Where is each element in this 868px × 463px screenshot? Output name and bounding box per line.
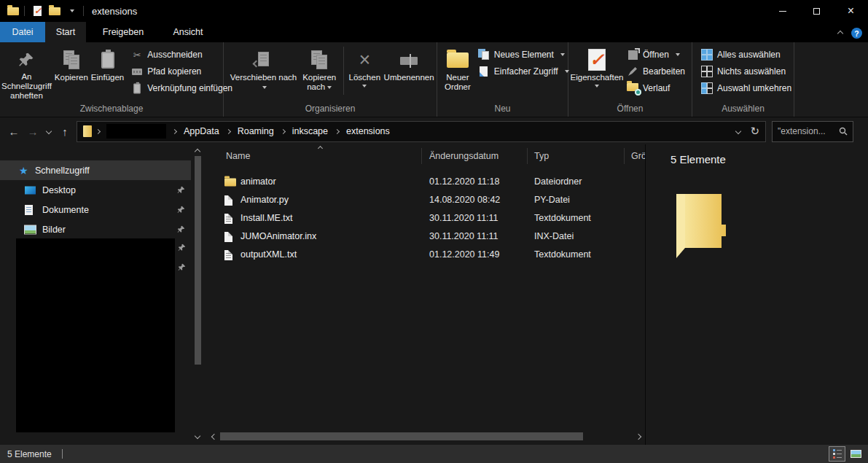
- folder-icon: [224, 178, 236, 186]
- up-button[interactable]: ↑: [55, 122, 74, 141]
- column-header-type[interactable]: Typ: [534, 151, 549, 161]
- scroll-down-icon[interactable]: [195, 433, 200, 439]
- column-header-name[interactable]: Name: [226, 151, 250, 161]
- new-folder-icon: [49, 7, 60, 15]
- pin-icon[interactable]: [177, 206, 185, 214]
- file-icon: [224, 195, 232, 206]
- move-to-button[interactable]: Verschieben nach: [228, 44, 299, 101]
- paste-shortcut-button[interactable]: Verknüpfung einfügen: [131, 82, 232, 94]
- select-all-icon: [702, 50, 712, 60]
- details-view-button[interactable]: [829, 446, 845, 462]
- breadcrumb-segment-extensions[interactable]: extensions: [345, 126, 391, 136]
- new-folder-button[interactable]: Neuer Ordner: [443, 44, 472, 101]
- sidebar-item-desktop[interactable]: Desktop: [0, 180, 191, 200]
- sidebar-item-documents[interactable]: Dokumente: [0, 200, 191, 219]
- help-icon[interactable]: ?: [851, 28, 862, 39]
- file-name: Animator.py: [241, 195, 289, 205]
- sidebar-item-pictures[interactable]: Bilder: [0, 219, 191, 239]
- recent-locations-button[interactable]: [42, 122, 55, 141]
- scrollbar-thumb[interactable]: [220, 432, 583, 440]
- address-dropdown-icon[interactable]: [735, 128, 741, 134]
- forward-icon: →: [28, 125, 39, 138]
- tab-view[interactable]: Ansicht: [159, 22, 217, 42]
- open-button[interactable]: Öffnen: [627, 49, 685, 61]
- scroll-left-icon[interactable]: [211, 434, 217, 440]
- breadcrumb-separator-icon: [281, 128, 286, 133]
- file-type: Textdokument: [534, 213, 591, 223]
- group-label-new: Neu: [437, 104, 568, 114]
- easy-access-button[interactable]: Einfacher Zugriff: [478, 66, 569, 77]
- column-divider[interactable]: [527, 148, 528, 164]
- ribbon-group-clipboard: An Schnellzugriff anheften Kopieren Einf…: [0, 42, 224, 117]
- tab-file[interactable]: Datei: [0, 22, 45, 42]
- scroll-right-icon[interactable]: [636, 434, 641, 440]
- tab-share[interactable]: Freigeben: [92, 22, 155, 42]
- file-icon: [224, 232, 232, 242]
- file-row-install-me[interactable]: Install.ME.txt 30.11.2020 11:11 Textdoku…: [208, 209, 645, 227]
- scrollbar-thumb[interactable]: [195, 156, 201, 365]
- collapse-ribbon-icon[interactable]: [837, 30, 843, 36]
- file-row-animator-py[interactable]: Animator.py 14.08.2020 08:42 PY-Datei: [208, 191, 645, 209]
- copy-path-button[interactable]: Pfad kopieren: [131, 66, 232, 77]
- breadcrumb-separator-icon: [172, 128, 177, 133]
- column-divider[interactable]: [624, 148, 625, 164]
- sidebar-item-quick-access[interactable]: ★ Schnellzugriff: [0, 160, 191, 180]
- scroll-up-icon[interactable]: [195, 149, 200, 155]
- delete-button[interactable]: × Löschen: [348, 44, 381, 101]
- sidebar-scrollbar[interactable]: [191, 144, 205, 445]
- chevron-down-icon: [327, 86, 332, 89]
- group-label-select: Auswählen: [692, 104, 794, 114]
- history-button[interactable]: Verlauf: [627, 82, 685, 94]
- forward-button[interactable]: →: [23, 122, 42, 141]
- easy-access-icon: [480, 66, 488, 77]
- select-none-button[interactable]: Nichts auswählen: [701, 66, 791, 77]
- rename-button[interactable]: Umbenennen: [381, 44, 437, 101]
- pin-icon[interactable]: [177, 225, 185, 233]
- properties-button[interactable]: ✓ Eigenschaften: [573, 44, 621, 101]
- maximize-button[interactable]: [799, 0, 834, 22]
- chevron-down-icon: [560, 53, 565, 56]
- cut-label: Ausschneiden: [147, 50, 202, 60]
- titlebar-divider: [83, 6, 84, 16]
- paste-shortcut-label: Verknüpfung einfügen: [147, 83, 232, 93]
- paste-button[interactable]: Einfügen: [90, 44, 125, 101]
- column-header-size[interactable]: Größe: [631, 151, 645, 161]
- refresh-icon[interactable]: ↻: [750, 125, 759, 138]
- address-bar[interactable]: AppData Roaming inkscape extensions ↻: [77, 121, 766, 142]
- breadcrumb-segment-inkscape[interactable]: inkscape: [291, 126, 329, 136]
- copy-to-button[interactable]: Kopieren nach: [299, 44, 340, 101]
- breadcrumb-segment-roaming[interactable]: Roaming: [236, 126, 275, 136]
- file-row-jumoanimator[interactable]: JUMOAnimator.inx 30.11.2020 11:11 INX-Da…: [208, 227, 645, 246]
- column-divider[interactable]: [421, 148, 422, 164]
- breadcrumb-segment-appdata[interactable]: AppData: [182, 126, 221, 136]
- file-row-animator[interactable]: animator 01.12.2020 11:18 Dateiordner: [208, 173, 645, 191]
- file-date: 30.11.2020 11:11: [429, 231, 498, 241]
- search-box[interactable]: "extension...: [772, 121, 853, 142]
- horizontal-scrollbar[interactable]: [208, 430, 645, 443]
- edit-button[interactable]: Bearbeiten: [627, 66, 685, 77]
- close-button[interactable]: ×: [834, 0, 868, 22]
- qat-new-folder-button[interactable]: [45, 0, 64, 22]
- file-row-outputxml[interactable]: outputXML.txt 01.12.2020 11:49 Textdokum…: [208, 246, 645, 264]
- pin-icon[interactable]: [178, 244, 186, 252]
- pin-to-quick-access-button[interactable]: An Schnellzugriff anheften: [0, 44, 53, 101]
- cut-button[interactable]: ✂Ausschneiden: [131, 49, 232, 61]
- qat-properties-button[interactable]: ✓: [30, 0, 45, 22]
- pin-icon[interactable]: [178, 263, 186, 271]
- breadcrumb-separator-icon: [335, 128, 340, 133]
- search-input[interactable]: "extension...: [778, 126, 839, 136]
- back-button[interactable]: ←: [4, 122, 23, 141]
- pin-icon[interactable]: [177, 186, 185, 194]
- text-file-icon: [224, 214, 232, 224]
- chevron-down-icon: [70, 9, 74, 12]
- tab-start[interactable]: Start: [45, 22, 86, 42]
- column-header-date[interactable]: Änderungsdatum: [429, 151, 498, 161]
- copy-button[interactable]: Kopieren: [53, 44, 90, 101]
- invert-selection-button[interactable]: Auswahl umkehren: [701, 82, 791, 94]
- minimize-button[interactable]: [765, 0, 799, 22]
- group-label-clipboard: Zwischenablage: [0, 104, 223, 114]
- qat-customize-button[interactable]: [64, 0, 78, 22]
- new-item-button[interactable]: Neues Element: [478, 49, 569, 61]
- select-all-button[interactable]: Alles auswählen: [701, 49, 791, 61]
- thumbnail-view-button[interactable]: [848, 446, 864, 462]
